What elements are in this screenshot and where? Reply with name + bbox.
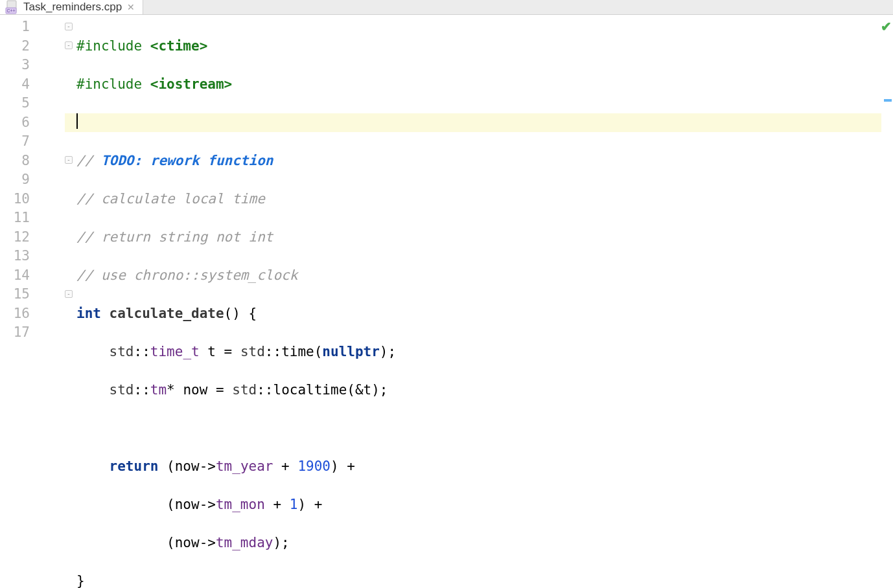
code-line[interactable]: // return string not int <box>76 228 893 247</box>
namespace: std <box>240 344 265 359</box>
line-number: 2 <box>0 37 65 56</box>
call: time( <box>281 344 322 359</box>
comment: // <box>76 153 101 168</box>
text-caret <box>76 113 78 129</box>
code-text: () { <box>224 306 257 321</box>
comment: // calculate local time <box>76 191 265 207</box>
cpp-file-icon: C++ <box>5 0 19 14</box>
member: tm_mon <box>216 497 265 512</box>
code-line[interactable]: // calculate local time <box>76 190 893 209</box>
code-line[interactable]: // use chrono::system_clock <box>76 266 893 286</box>
line-number: 9 <box>0 170 65 190</box>
code-line-current[interactable] <box>65 113 893 133</box>
code-line[interactable]: std::time_t t = std::time(nullptr); <box>76 343 893 362</box>
line-number: 10 <box>0 190 65 209</box>
line-number: 6 <box>0 113 65 133</box>
line-number: 11 <box>0 209 65 228</box>
line-number: 12 <box>0 228 65 247</box>
call: localtime(&t); <box>273 382 388 398</box>
number: 1 <box>290 497 298 512</box>
line-number: 15 <box>0 285 65 304</box>
line-number: 13 <box>0 247 65 266</box>
tab-filename: Task_reminders.cpp <box>23 1 122 14</box>
namespace: std <box>110 382 134 398</box>
include-directive: #include <box>76 76 150 92</box>
include-header: <iostream> <box>150 76 232 92</box>
include-header: <ctime> <box>150 38 208 54</box>
editor[interactable]: 1 2 3 4 5 6 7 8 9 10 11 12 13 14 15 16 1… <box>0 15 893 588</box>
code-line[interactable]: std::tm* now = std::localtime(&t); <box>76 381 893 400</box>
inspection-ok-icon[interactable]: ✔ <box>881 19 892 34</box>
code-line[interactable]: return (now->tm_year + 1900) + <box>76 457 893 477</box>
error-stripe[interactable]: ✔ <box>881 15 893 588</box>
close-tab-icon[interactable]: ✕ <box>126 2 136 12</box>
line-number: 7 <box>0 132 65 152</box>
keyword: return <box>110 458 159 474</box>
tab-bar: C++ Task_reminders.cpp ✕ <box>0 0 893 15</box>
keyword: nullptr <box>322 344 380 359</box>
code-line[interactable]: // TODO: rework function <box>76 152 893 171</box>
code-line[interactable]: (now->tm_mday); <box>76 534 893 553</box>
warning-marker[interactable] <box>884 99 892 102</box>
code-area[interactable]: #include <ctime> #include <iostream> // … <box>65 15 893 588</box>
comment: // use chrono::system_clock <box>76 267 297 283</box>
code-line[interactable]: int calculate_date() { <box>76 304 893 324</box>
member: tm_mday <box>216 535 273 550</box>
comment: // return string not int <box>76 229 273 245</box>
line-number: 16 <box>0 304 65 324</box>
line-number: 14 <box>0 266 65 286</box>
keyword: int <box>76 306 101 321</box>
line-number: 5 <box>0 94 65 113</box>
code-text: } <box>76 573 85 589</box>
code-line[interactable]: (now->tm_mon + 1) + <box>76 495 893 515</box>
type: time_t <box>150 344 200 359</box>
code-line[interactable]: #include <ctime> <box>76 37 893 56</box>
line-number: 17 <box>0 323 65 343</box>
line-number: 8 <box>0 152 65 171</box>
code-line[interactable]: } <box>76 572 893 589</box>
member: tm_year <box>216 458 273 474</box>
line-number: 3 <box>0 56 65 75</box>
code-line[interactable]: #include <iostream> <box>76 75 893 95</box>
type: tm <box>150 382 167 398</box>
number: 1900 <box>297 458 331 474</box>
namespace: std <box>110 344 134 359</box>
todo-comment: TODO: rework function <box>101 153 273 168</box>
line-number: 4 <box>0 75 65 95</box>
line-number: 1 <box>0 17 65 37</box>
line-number-gutter: 1 2 3 4 5 6 7 8 9 10 11 12 13 14 15 16 1… <box>0 15 65 588</box>
code-line[interactable] <box>76 419 893 438</box>
svg-text:C++: C++ <box>6 8 15 13</box>
namespace: std <box>232 382 257 398</box>
file-tab[interactable]: C++ Task_reminders.cpp ✕ <box>0 0 143 14</box>
function-name: calculate_date <box>110 306 224 321</box>
include-directive: #include <box>76 38 150 54</box>
